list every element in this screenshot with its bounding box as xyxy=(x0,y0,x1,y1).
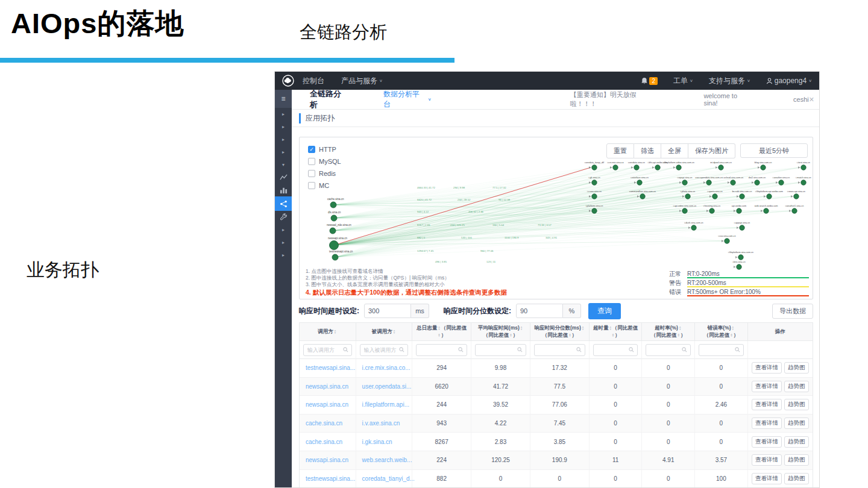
export-button[interactable]: 导出数据 xyxy=(772,304,813,319)
sort-icon[interactable]: ▲▼ xyxy=(438,333,440,337)
chevron-down-icon: ∨ xyxy=(747,78,750,83)
svg-text:224 | 120.25: 224 | 120.25 xyxy=(450,224,465,227)
column-header-3[interactable]: 平均响应时间(ms)▲▼（同比差值▲▼） xyxy=(471,323,530,341)
domain-link[interactable]: testnewsapi.sina... xyxy=(300,470,356,488)
nav-products[interactable]: 产品与服务∨ xyxy=(341,76,383,86)
sort-icon[interactable]: ▲▼ xyxy=(334,330,336,334)
value-cell: 224 xyxy=(412,451,471,470)
domain-link[interactable]: cache.sina.cn xyxy=(300,433,356,451)
sort-icon[interactable]: ▲▼ xyxy=(568,333,571,337)
toolbar-button-0[interactable]: 重置 xyxy=(606,143,634,158)
filter-mc[interactable]: MC xyxy=(308,180,341,192)
trend-chart-button[interactable]: 趋势图 xyxy=(784,362,809,374)
sort-icon[interactable]: ▲▼ xyxy=(730,333,732,337)
percentile-input[interactable] xyxy=(516,304,563,318)
toolbar-button-1[interactable]: 筛选 xyxy=(634,143,661,158)
trend-chart-button[interactable]: 趋势图 xyxy=(784,436,809,448)
column-header-1[interactable]: 被调用方▲▼ xyxy=(356,323,413,341)
trend-chart-button[interactable]: 趋势图 xyxy=(784,473,809,484)
domain-link[interactable]: testnewsapi.sina... xyxy=(300,359,356,378)
sidebar-item-4[interactable]: ▸ xyxy=(275,146,292,158)
value-cell: 0 xyxy=(590,433,643,451)
toolbar-button-2[interactable]: 全屏 xyxy=(661,143,688,158)
nav-tickets[interactable]: 工单∨ xyxy=(673,76,693,86)
column-header-5[interactable]: 超时量▲▼（同比差值▲▼） xyxy=(590,323,643,341)
svg-text:533 | 100: 533 | 100 xyxy=(461,236,472,239)
view-details-button[interactable]: 查看详情 xyxy=(752,436,782,448)
sidebar-item-bar-chart[interactable] xyxy=(275,184,292,196)
view-details-button[interactable]: 查看详情 xyxy=(752,381,782,392)
sort-icon[interactable]: ▲▼ xyxy=(582,326,584,330)
filter-cell-3 xyxy=(471,341,530,359)
platform-dropdown[interactable]: 数据分析平台∨ xyxy=(383,89,432,110)
domain-link[interactable]: cache.sina.cn xyxy=(300,414,356,433)
sidebar-item-expanded[interactable]: ▾ xyxy=(275,158,292,171)
actions-cell: 查看详情趋势图 xyxy=(748,451,813,470)
domain-link[interactable]: i.cre.mix.sina.co... xyxy=(356,359,413,378)
view-details-button[interactable]: 查看详情 xyxy=(752,473,782,484)
sidebar-item-1[interactable]: ▸ xyxy=(275,108,292,120)
column-header-6[interactable]: 超时率(%)▲▼（同比差值▲▼） xyxy=(642,323,695,341)
sidebar-item-line-chart[interactable] xyxy=(275,171,292,184)
sort-icon[interactable]: ▲▼ xyxy=(438,326,440,330)
sort-icon[interactable]: ▲▼ xyxy=(509,333,512,337)
sidebar-item-3[interactable]: ▸ xyxy=(275,133,292,146)
domain-link[interactable]: i.v.axe.sina.cn xyxy=(356,414,413,433)
view-details-button[interactable]: 查看详情 xyxy=(752,454,782,466)
svg-text:i.fileplatform.sina.com.cn: i.fileplatform.sina.com.cn xyxy=(728,251,753,254)
domain-link[interactable]: i.gk.sina.cn xyxy=(356,433,413,451)
sidebar-item-5[interactable]: ▸ xyxy=(275,224,292,236)
close-icon[interactable]: ✕ xyxy=(809,96,814,104)
trend-chart-button[interactable]: 趋势图 xyxy=(784,454,809,466)
domain-link[interactable]: i.fileplatform.api... xyxy=(356,396,413,414)
sort-icon[interactable]: ▲▼ xyxy=(393,330,395,334)
search-button[interactable]: 查询 xyxy=(588,303,621,319)
nav-console[interactable]: 控制台 xyxy=(303,76,324,86)
domain-link[interactable]: coredata_tianyi_d... xyxy=(356,470,413,488)
time-range-button[interactable]: 最近5分钟 xyxy=(740,143,808,158)
value-cell: 9.98 xyxy=(471,359,530,378)
notifications-button[interactable]: 2 xyxy=(641,77,658,85)
nav-support[interactable]: 支持与服务∨ xyxy=(709,76,750,86)
svg-text:i.match.sina.cn: i.match.sina.cn xyxy=(796,177,811,179)
filter-redis[interactable]: Redis xyxy=(308,167,341,180)
domain-link[interactable]: web.search.weib... xyxy=(356,451,413,470)
column-header-7[interactable]: 错误率(%)▲▼（同比差值▲▼） xyxy=(695,323,748,341)
value-cell: 41.72 xyxy=(471,378,530,396)
sort-icon[interactable]: ▲▼ xyxy=(609,326,611,330)
sidebar-item-2[interactable]: ▸ xyxy=(275,120,292,133)
view-details-button[interactable]: 查看详情 xyxy=(752,418,782,429)
sidebar-item-6[interactable]: ▸ xyxy=(275,236,292,249)
filter-http[interactable]: HTTP xyxy=(308,143,341,155)
filter-label: Redis xyxy=(319,170,336,177)
section-title: 应用拓扑 xyxy=(299,113,335,124)
trend-chart-button[interactable]: 趋势图 xyxy=(784,418,809,429)
view-details-button[interactable]: 查看详情 xyxy=(752,362,782,374)
column-header-4[interactable]: 响应时间分位数(ms)▲▼（同比差值▲▼） xyxy=(530,323,590,341)
sort-icon[interactable]: ▲▼ xyxy=(732,326,734,330)
filter-mysql[interactable]: MySQL xyxy=(308,155,341,167)
sort-icon[interactable]: ▲▼ xyxy=(520,326,523,330)
column-header-0[interactable]: 调用方▲▼ xyxy=(300,323,356,341)
trend-chart-button[interactable]: 趋势图 xyxy=(784,381,809,392)
value-cell: 0 xyxy=(590,414,643,433)
sort-icon[interactable]: ▲▼ xyxy=(612,333,614,337)
sort-icon[interactable]: ▲▼ xyxy=(678,333,680,337)
domain-link[interactable]: newsapi.sina.cn xyxy=(300,378,356,396)
domain-link[interactable]: user.opendata.si... xyxy=(356,378,413,396)
view-details-button[interactable]: 查看详情 xyxy=(752,399,782,410)
sidebar-item-topology-selected[interactable]: ≡ xyxy=(275,196,292,211)
domain-link[interactable]: newsapi.sina.cn xyxy=(300,396,356,414)
topology-icon xyxy=(280,200,288,208)
toolbar-button-3[interactable]: 保存为图片 xyxy=(688,143,735,158)
trend-chart-button[interactable]: 趋势图 xyxy=(784,399,809,410)
sort-icon[interactable]: ▲▼ xyxy=(679,326,681,330)
column-header-2[interactable]: 总日志量▲▼（同比差值▲▼） xyxy=(412,323,471,341)
sidebar-menu-toggle[interactable]: ≡ xyxy=(275,90,292,108)
sidebar-item-tools[interactable] xyxy=(275,211,292,224)
domain-link[interactable]: newsapi.sina.cn xyxy=(300,451,356,470)
svg-text:1100 | 190.9: 1100 | 190.9 xyxy=(505,236,519,239)
timeout-input[interactable] xyxy=(364,304,411,318)
sidebar-item-7[interactable]: ▸ xyxy=(275,249,292,261)
nav-user-menu[interactable]: gaopeng4∨ xyxy=(766,77,812,85)
